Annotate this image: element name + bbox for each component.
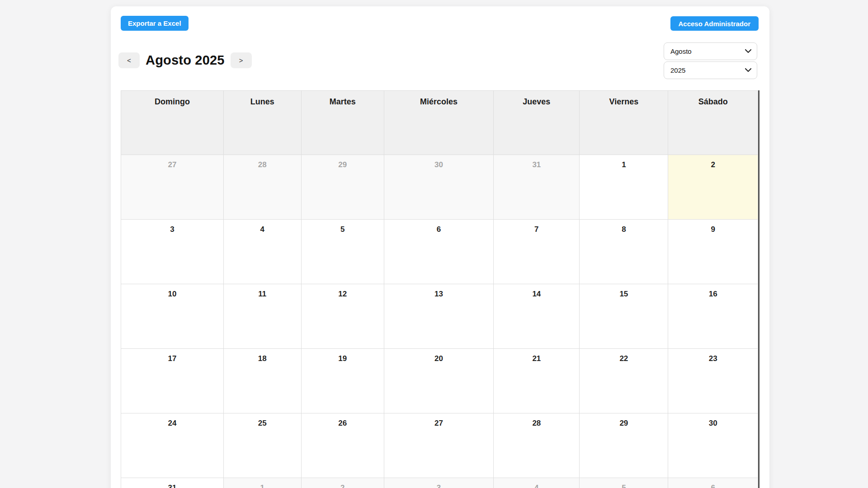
day-number: 17	[168, 354, 176, 363]
calendar-week-row: 17181920212223	[121, 349, 758, 413]
vertical-scrollbar[interactable]	[758, 90, 760, 488]
next-month-button[interactable]: >	[231, 52, 252, 68]
weekday-header: Sábado	[668, 91, 758, 155]
day-cell[interactable]: 13	[384, 284, 493, 349]
weekday-header: Martes	[301, 91, 384, 155]
day-number: 4	[534, 483, 538, 488]
day-cell[interactable]: 20	[384, 349, 493, 413]
year-select[interactable]: 2025	[664, 61, 757, 79]
day-number: 18	[258, 354, 267, 363]
weekday-header: Miércoles	[384, 91, 493, 155]
day-number: 11	[258, 290, 266, 298]
day-cell[interactable]: 1	[223, 478, 301, 488]
day-cell[interactable]: 24	[121, 413, 224, 478]
day-cell[interactable]: 7	[494, 220, 580, 284]
day-cell[interactable]: 29	[580, 413, 668, 478]
calendar-week-row: 272829303112	[121, 155, 758, 220]
day-number: 22	[619, 354, 628, 363]
day-number: 15	[619, 290, 628, 298]
day-cell[interactable]: 22	[580, 349, 668, 413]
day-cell[interactable]: 28	[494, 413, 580, 478]
day-cell[interactable]: 6	[384, 220, 493, 284]
day-number: 3	[170, 225, 174, 234]
weekday-header: Domingo	[121, 91, 224, 155]
day-cell[interactable]: 19	[301, 349, 384, 413]
day-number: 1	[622, 160, 626, 169]
day-cell[interactable]: 4	[494, 478, 580, 488]
calendar-week-row: 3456789	[121, 220, 758, 284]
day-number: 29	[619, 419, 628, 427]
day-number: 30	[434, 160, 443, 169]
day-cell[interactable]: 26	[301, 413, 384, 478]
day-number: 24	[168, 419, 176, 427]
day-cell[interactable]: 23	[668, 349, 758, 413]
day-number: 25	[258, 419, 267, 427]
day-cell[interactable]: 2	[668, 155, 758, 220]
day-number: 23	[709, 354, 717, 363]
day-cell[interactable]: 1	[580, 155, 668, 220]
day-cell[interactable]: 31	[494, 155, 580, 220]
day-cell[interactable]: 15	[580, 284, 668, 349]
calendar-week-row: 10111213141516	[121, 284, 758, 349]
day-cell[interactable]: 14	[494, 284, 580, 349]
prev-month-button[interactable]: <	[118, 52, 140, 68]
calendar-table: DomingoLunesMartesMiércolesJuevesViernes…	[121, 90, 758, 488]
day-number: 31	[168, 483, 176, 488]
day-cell[interactable]: 17	[121, 349, 224, 413]
day-number: 20	[434, 354, 443, 363]
day-number: 10	[168, 290, 176, 298]
day-cell[interactable]: 5	[301, 220, 384, 284]
day-cell[interactable]: 27	[121, 155, 224, 220]
day-number: 4	[260, 225, 264, 234]
day-number: 16	[709, 290, 717, 298]
day-number: 28	[532, 419, 541, 427]
export-excel-button[interactable]: Exportar a Excel	[121, 16, 189, 31]
day-number: 14	[532, 290, 541, 298]
day-cell[interactable]: 10	[121, 284, 224, 349]
year-select-wrap: 2025	[664, 61, 757, 79]
day-cell[interactable]: 3	[121, 220, 224, 284]
calendar-week-row: 31123456	[121, 478, 758, 488]
day-cell[interactable]: 2	[301, 478, 384, 488]
filter-selects: Agosto 2025	[664, 42, 757, 79]
day-cell[interactable]: 29	[301, 155, 384, 220]
day-cell[interactable]: 6	[668, 478, 758, 488]
day-number: 5	[622, 483, 626, 488]
day-cell[interactable]: 18	[223, 349, 301, 413]
day-cell[interactable]: 3	[384, 478, 493, 488]
page-background: Exportar a Excel Acceso Administrador Ag…	[0, 0, 868, 488]
day-number: 29	[338, 160, 347, 169]
day-cell[interactable]: 16	[668, 284, 758, 349]
calendar-week-row: 24252627282930	[121, 413, 758, 478]
day-number: 12	[338, 290, 347, 298]
day-cell[interactable]: 30	[384, 155, 493, 220]
day-cell[interactable]: 27	[384, 413, 493, 478]
day-cell[interactable]: 9	[668, 220, 758, 284]
day-number: 28	[258, 160, 267, 169]
day-cell[interactable]: 21	[494, 349, 580, 413]
weekday-header: Lunes	[223, 91, 301, 155]
day-cell[interactable]: 12	[301, 284, 384, 349]
day-cell[interactable]: 30	[668, 413, 758, 478]
day-number: 6	[711, 483, 715, 488]
day-number: 2	[711, 160, 715, 169]
month-select-wrap: Agosto	[664, 42, 757, 60]
day-number: 30	[709, 419, 717, 427]
admin-access-button[interactable]: Acceso Administrador	[670, 16, 759, 31]
calendar-table-container: DomingoLunesMartesMiércolesJuevesViernes…	[121, 90, 760, 488]
day-cell[interactable]: 4	[223, 220, 301, 284]
calendar-card: Exportar a Excel Acceso Administrador Ag…	[111, 6, 769, 488]
month-navigation: < Agosto 2025 >	[118, 52, 252, 68]
calendar-body: 2728293031123456789101112131415161718192…	[121, 155, 758, 488]
month-select[interactable]: Agosto	[664, 42, 757, 60]
day-cell[interactable]: 25	[223, 413, 301, 478]
weekday-header: Jueves	[494, 91, 580, 155]
day-number: 5	[340, 225, 344, 234]
month-title: Agosto 2025	[146, 53, 225, 68]
day-cell[interactable]: 8	[580, 220, 668, 284]
day-number: 19	[338, 354, 347, 363]
day-cell[interactable]: 31	[121, 478, 224, 488]
day-cell[interactable]: 11	[223, 284, 301, 349]
day-cell[interactable]: 28	[223, 155, 301, 220]
day-cell[interactable]: 5	[580, 478, 668, 488]
